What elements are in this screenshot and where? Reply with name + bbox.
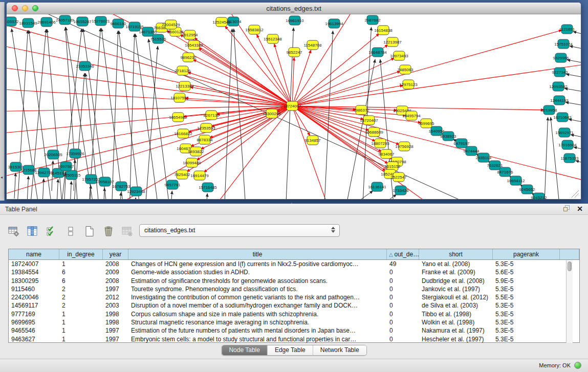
network-node[interactable]: 1121651 — [559, 25, 575, 34]
network-node[interactable]: 19756928 — [395, 142, 413, 151]
network-node[interactable]: 12213389 — [176, 81, 194, 91]
network-edge[interactable] — [7, 43, 292, 106]
column-header-in_degree[interactable]: in_degree — [59, 249, 103, 259]
network-node[interactable]: 10654112 — [507, 176, 526, 185]
table-cell[interactable]: 14569117 — [9, 301, 59, 310]
table-cell[interactable]: 2 — [59, 301, 103, 310]
table-cell[interactable]: 0 — [387, 335, 419, 343]
table-cell[interactable]: Wolkin et al. (1998) — [419, 318, 493, 326]
table-cell[interactable]: Genome-wide association studies in ADHD. — [128, 268, 387, 276]
import-table-icon[interactable] — [121, 225, 134, 238]
table-row[interactable]: 1456911722003Disruption of a novel membe… — [9, 301, 579, 310]
table-cell[interactable]: 1998 — [103, 310, 128, 318]
column-header-name[interactable]: name — [9, 249, 59, 259]
network-node[interactable]: 21053346 — [76, 61, 94, 71]
network-node[interactable]: 9912954 — [182, 30, 198, 39]
network-node[interactable]: 5493822 — [188, 147, 204, 156]
network-node[interactable]: 11875333 — [561, 154, 579, 163]
memory-status-indicator[interactable] — [574, 362, 581, 369]
network-node[interactable]: 9397587 — [58, 162, 74, 171]
network-node[interactable]: 12093582 — [549, 82, 568, 91]
table-cell[interactable]: 5.5E-5 — [493, 293, 560, 301]
network-node[interactable]: 2087682 — [364, 15, 381, 25]
network-edge[interactable] — [119, 31, 141, 200]
new-table-icon[interactable] — [83, 225, 96, 238]
table-row[interactable]: 977716911998Corpus callosum shape and si… — [9, 310, 579, 318]
citation-network-graph[interactable]: 2405572189315492069140624057189106552871… — [7, 14, 581, 200]
network-edge[interactable] — [368, 194, 397, 200]
table-cell[interactable]: 1 — [59, 318, 103, 326]
table-cell[interactable]: Franke et al. (2009) — [419, 268, 493, 276]
table-cell[interactable]: Corpus callosum shape and size in male p… — [128, 310, 387, 318]
network-edge[interactable] — [206, 193, 207, 200]
network-node[interactable]: 9227343 — [552, 68, 568, 77]
scrollbar-thumb[interactable] — [568, 261, 572, 271]
network-node[interactable]: 9834067 — [378, 149, 395, 159]
network-node[interactable]: 12444193 — [550, 96, 569, 105]
table-cell[interactable]: 0 — [387, 301, 419, 310]
table-cell[interactable]: 0 — [387, 285, 419, 293]
table-cell[interactable]: Tourette syndrome. Phenomenology and cla… — [128, 285, 387, 293]
table-cell[interactable]: Jankovic et al. (1997) — [419, 285, 493, 293]
network-edge[interactable] — [576, 161, 581, 166]
network-node[interactable]: 15276021 — [92, 16, 110, 26]
network-node[interactable]: 15512348 — [264, 34, 282, 43]
network-node[interactable]: 8219958 — [541, 105, 557, 115]
select-columns-icon[interactable] — [26, 225, 39, 238]
window-titlebar[interactable]: citations_edges.txt — [7, 3, 581, 14]
table-cell[interactable]: Disruption of a novel member of a sodium… — [128, 301, 387, 310]
network-node[interactable]: 10655287 — [73, 17, 92, 26]
tab-edge-table[interactable]: Edge Table — [268, 345, 313, 355]
network-node[interactable]: 16543388 — [185, 40, 203, 50]
network-node[interactable]: 15166822 — [174, 129, 192, 138]
column-header-title[interactable]: title — [128, 249, 387, 259]
network-edge[interactable] — [42, 179, 44, 200]
table-cell[interactable]: 2 — [59, 285, 103, 293]
table-cell[interactable]: 6 — [59, 277, 103, 285]
table-selector-dropdown[interactable]: citations_edges.txt — [139, 224, 340, 237]
network-edge[interactable] — [339, 191, 373, 200]
table-cell[interactable]: 1 — [59, 310, 103, 318]
table-cell[interactable]: Yano et al. (2008) — [419, 260, 493, 268]
table-row[interactable]: 946554611997Estimation of the future num… — [9, 326, 579, 335]
network-edge[interactable] — [292, 50, 311, 106]
table-cell[interactable]: Estimation of significance thresholds fo… — [128, 277, 387, 285]
network-edge[interactable] — [570, 46, 581, 51]
network-node[interactable]: 16961910 — [286, 16, 304, 25]
left-collapse-gutter[interactable]: ◂ — [0, 2, 5, 201]
network-node[interactable]: 16154838 — [374, 26, 393, 35]
table-cell[interactable]: Tibbo et al. (1998) — [419, 310, 493, 318]
column-header-short[interactable]: short — [419, 249, 493, 259]
network-node[interactable]: 2522547 — [390, 172, 407, 182]
table-cell[interactable]: 1997 — [103, 326, 128, 335]
table-cell[interactable]: 0 — [387, 318, 419, 326]
table-cell[interactable]: 9463627 — [9, 335, 59, 343]
table-cell[interactable]: 1 — [59, 335, 103, 343]
network-edge[interactable] — [566, 74, 581, 79]
network-node[interactable]: 2405572 — [7, 17, 19, 26]
float-panel-icon[interactable] — [563, 205, 571, 212]
table-cell[interactable]: 49 — [387, 260, 419, 268]
tab-node-table[interactable]: Node Table — [222, 345, 268, 355]
table-cell[interactable]: 5.3E-5 — [493, 285, 560, 293]
table-cell[interactable]: 5.3E-5 — [493, 335, 560, 343]
delete-table-icon[interactable] — [102, 225, 115, 238]
table-cell[interactable]: Nakamura et al. (1997) — [419, 326, 493, 335]
table-cell[interactable]: 0 — [387, 277, 419, 285]
network-node[interactable]: 18107553 — [170, 93, 189, 102]
table-cell[interactable]: 1 — [59, 326, 103, 335]
network-node[interactable]: 9329966 — [553, 53, 569, 62]
table-cell[interactable]: 5.3E-5 — [493, 310, 560, 318]
network-node[interactable]: 20691406 — [37, 17, 56, 27]
network-edge[interactable] — [37, 14, 481, 200]
network-node[interactable]: 15692971 — [555, 128, 574, 137]
network-edge[interactable] — [7, 106, 292, 157]
network-edge[interactable] — [170, 191, 172, 200]
network-node[interactable]: 9245652 — [519, 185, 535, 194]
network-node[interactable]: 8471676 — [497, 167, 513, 177]
unselect-all-rows-icon[interactable] — [64, 225, 77, 238]
table-cell[interactable]: 0 — [387, 326, 419, 335]
table-cell[interactable]: 1 — [59, 260, 103, 268]
network-node[interactable]: 18654982 — [169, 113, 187, 122]
table-cell[interactable]: 22420046 — [9, 293, 59, 301]
